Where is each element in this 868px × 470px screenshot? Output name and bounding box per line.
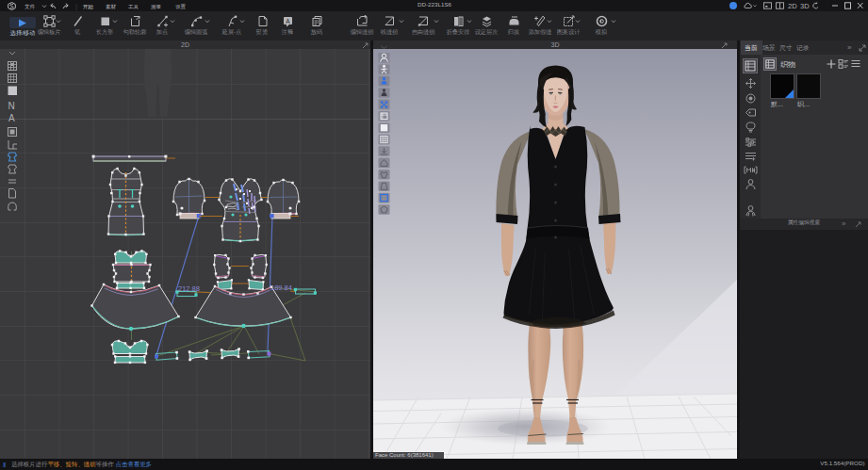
svg-text:A: A	[286, 18, 290, 24]
svg-text:2D: 2D	[788, 2, 797, 9]
svg-text:3D: 3D	[800, 2, 810, 9]
svg-text:189.84: 189.84	[270, 284, 292, 292]
